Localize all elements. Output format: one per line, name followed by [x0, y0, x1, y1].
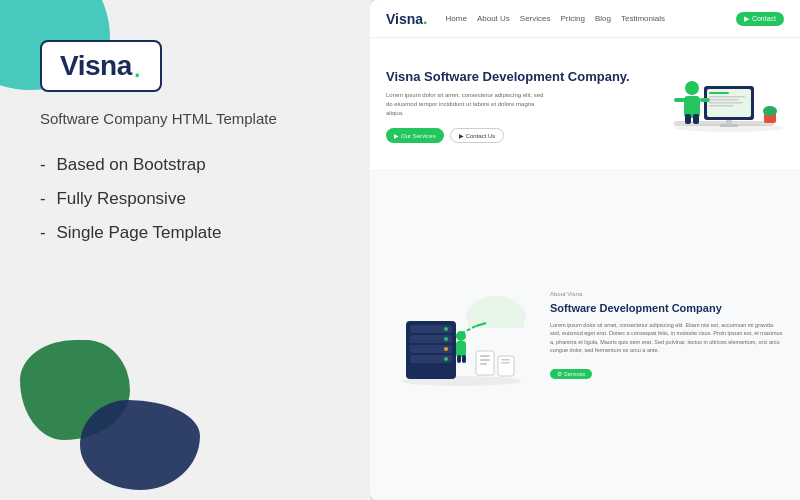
nav-pricing[interactable]: Pricing: [561, 14, 585, 23]
nav-about[interactable]: About Us: [477, 14, 510, 23]
about-services-icon: ⚙: [557, 371, 562, 377]
svg-rect-44: [456, 341, 466, 357]
feature-item-single-page: - Single Page Template: [40, 223, 277, 243]
nav-logo: Visna.: [386, 10, 428, 28]
mockup-nav: Visna. Home About Us Services Pricing Bl…: [370, 0, 800, 38]
about-section: About Visna Software Development Company…: [370, 171, 800, 500]
svg-rect-7: [685, 114, 691, 124]
svg-rect-19: [709, 105, 734, 107]
hero-buttons: ▶ Our Services ▶ Contact Us: [386, 128, 644, 143]
about-illustration: [386, 281, 536, 391]
about-text: About Visna Software Development Company…: [536, 291, 784, 380]
nav-services[interactable]: Services: [520, 14, 551, 23]
nav-contact-button[interactable]: ▶ Contact: [736, 12, 784, 26]
nav-testimonials[interactable]: Testimonials: [621, 14, 665, 23]
browser-mockup: Visna. Home About Us Services Pricing Bl…: [370, 0, 800, 500]
logo-dot: .: [133, 50, 142, 82]
contact-arrow-icon: ▶: [459, 132, 464, 139]
svg-point-28: [444, 347, 448, 351]
about-label: About Visna: [550, 291, 784, 297]
logo-text: Visna: [60, 50, 132, 82]
nav-links: Home About Us Services Pricing Blog Test…: [446, 14, 736, 23]
hero-illustration: [644, 56, 784, 156]
svg-rect-38: [480, 359, 490, 361]
feature-item-responsive: - Fully Responsive: [40, 189, 277, 209]
svg-rect-42: [501, 362, 510, 364]
hero-section: Visna Software Development Company. Lore…: [370, 38, 800, 171]
svg-rect-46: [462, 355, 466, 363]
svg-rect-16: [709, 96, 745, 98]
hero-text: Visna Software Development Company. Lore…: [386, 69, 644, 144]
nav-blog[interactable]: Blog: [595, 14, 611, 23]
svg-rect-18: [709, 102, 743, 104]
contact-us-button[interactable]: ▶ Contact Us: [450, 128, 505, 143]
svg-rect-45: [457, 355, 461, 363]
svg-rect-10: [700, 98, 710, 102]
svg-rect-8: [693, 114, 699, 124]
svg-rect-15: [709, 92, 729, 94]
about-description: Lorem ipsum dolor sit amet, consectetur …: [550, 321, 784, 354]
nav-home[interactable]: Home: [446, 14, 467, 23]
svg-point-43: [456, 331, 466, 341]
svg-rect-17: [709, 99, 739, 101]
svg-point-26: [444, 327, 448, 331]
our-services-button[interactable]: ▶ Our Services: [386, 128, 444, 143]
svg-point-14: [674, 124, 784, 132]
about-services-button[interactable]: ⚙ Services: [550, 369, 592, 379]
svg-point-27: [444, 337, 448, 341]
services-icon: ▶: [394, 132, 399, 139]
hero-title: Visna Software Development Company.: [386, 69, 644, 86]
blob-navy-decoration: [80, 400, 200, 490]
hero-description: Lorem ipsum dolor sit amet, consectetur …: [386, 91, 546, 118]
svg-rect-41: [501, 359, 510, 361]
logo-box: Visna.: [40, 40, 162, 92]
svg-rect-39: [480, 363, 487, 365]
about-title: Software Development Company: [550, 301, 784, 315]
svg-rect-37: [480, 355, 490, 357]
svg-point-29: [444, 357, 448, 361]
feature-item-bootstrap: - Based on Bootstrap: [40, 155, 277, 175]
feature-list: - Based on Bootstrap - Fully Responsive …: [40, 155, 277, 243]
left-panel: Visna. Software Company HTML Template - …: [0, 0, 370, 500]
svg-point-5: [685, 81, 699, 95]
nav-arrow-icon: ▶: [744, 15, 749, 23]
tagline: Software Company HTML Template: [40, 110, 277, 127]
svg-rect-9: [674, 98, 686, 102]
